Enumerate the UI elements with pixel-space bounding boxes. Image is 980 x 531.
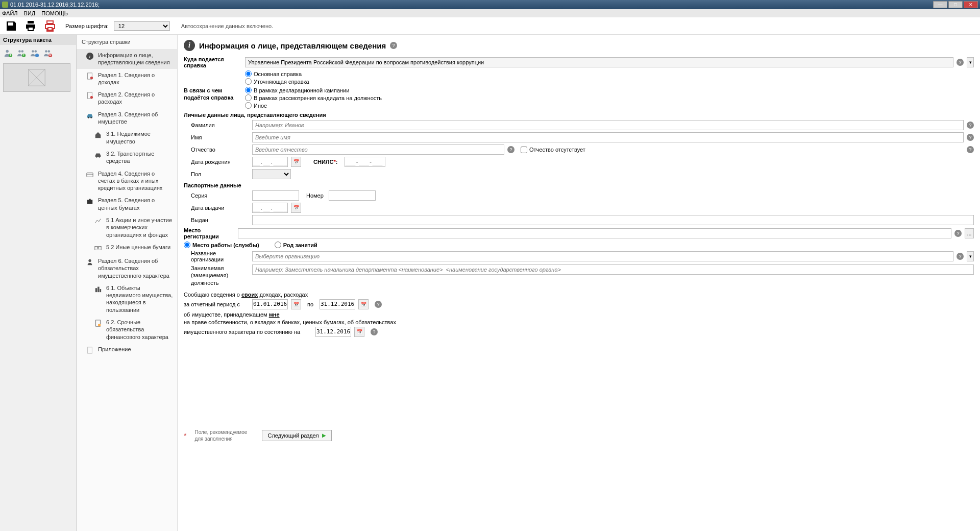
radio-type-main[interactable]: Основная справка — [245, 70, 309, 77]
calendar-icon[interactable]: 📅 — [291, 203, 301, 213]
issued-by-label: Выдан — [191, 217, 249, 223]
money-icon — [94, 244, 102, 252]
help-icon[interactable]: ? — [954, 230, 962, 237]
help-icon[interactable]: ? — [375, 301, 382, 308]
date-to-input[interactable] — [320, 299, 355, 309]
issued-by-input[interactable] — [252, 215, 974, 225]
tree-item-section5-2[interactable]: 5.2 Иные ценные бумаги — [77, 241, 177, 255]
patronymic-label: Отчество — [191, 147, 249, 153]
number-input[interactable] — [329, 190, 376, 201]
tree-item-section6-1[interactable]: 6.1. Объекты недвижимого имущества, нахо… — [77, 282, 177, 316]
person-group-icon[interactable]: + — [16, 48, 27, 58]
registration-input[interactable] — [238, 228, 951, 238]
print-icon[interactable] — [23, 19, 38, 33]
tree-item-section2[interactable]: Раздел 2. Сведения о расходах — [77, 88, 177, 108]
series-label: Серия — [191, 192, 249, 199]
person-add-icon[interactable]: + — [3, 48, 13, 58]
radio-workplace[interactable]: Место работы (службы) — [184, 242, 259, 248]
passport-header: Паспортные данные — [184, 182, 974, 188]
close-button[interactable]: ✕ — [964, 1, 978, 8]
person-remove-icon[interactable]: × — [43, 48, 53, 58]
tree-item-section6[interactable]: ◢ Раздел 6. Сведения об обязательствах и… — [77, 255, 177, 282]
help-icon[interactable]: ? — [957, 253, 964, 260]
tree-item-section1[interactable]: Раздел 1. Сведения о доходах — [77, 69, 177, 89]
svg-rect-28 — [89, 199, 91, 200]
buildings-icon — [94, 285, 102, 293]
name-input[interactable] — [252, 132, 964, 142]
radio-reason-candidate[interactable]: В рамках рассмотрения кандидата на должн… — [245, 94, 382, 101]
org-input[interactable] — [252, 251, 953, 261]
reason-label: В связи с чем подаётся справка — [184, 87, 242, 102]
declare-text: об имуществе, принадлежащем мне — [184, 311, 974, 318]
help-icon[interactable]: ? — [371, 328, 378, 335]
help-icon[interactable]: ? — [957, 59, 964, 66]
app-icon — [2, 2, 8, 8]
gender-label: Пол — [191, 171, 249, 177]
no-patronymic-checkbox[interactable]: Отчество отсутствует — [521, 147, 585, 153]
radio-type-corr[interactable]: Уточняющая справка — [245, 78, 309, 85]
radio-occupation[interactable]: Род занятий — [275, 242, 317, 248]
tree-item-section5-1[interactable]: 5.1 Акции и иное участие в коммерческих … — [77, 214, 177, 241]
dropdown-button[interactable]: ▾ — [967, 57, 974, 67]
svg-point-31 — [88, 259, 91, 262]
issue-date-input[interactable] — [252, 203, 288, 213]
menu-file[interactable]: ФАЙЛ — [2, 10, 18, 16]
dropdown-button[interactable]: ▾ — [967, 251, 974, 261]
footnote-text: Поле, рекомендуемое для заполнения — [194, 429, 256, 442]
org-label: Название организации — [191, 250, 249, 262]
svg-point-18 — [90, 76, 93, 79]
name-label: Имя — [191, 134, 249, 140]
position-input[interactable] — [252, 264, 974, 275]
svg-rect-33 — [97, 286, 100, 292]
where-input[interactable] — [245, 57, 953, 67]
house-icon — [94, 131, 102, 139]
minimize-button[interactable]: — — [933, 1, 947, 8]
radio-reason-campaign[interactable]: В рамках декларационной кампании — [245, 87, 382, 93]
fontsize-select[interactable]: 12 — [114, 21, 170, 31]
fontsize-label: Размер шрифта: — [65, 23, 109, 29]
svg-point-20 — [90, 96, 93, 99]
gender-select[interactable] — [252, 169, 291, 179]
help-icon[interactable]: ? — [967, 134, 974, 141]
calendar-icon[interactable]: 📅 — [354, 327, 364, 337]
series-input[interactable] — [252, 190, 299, 201]
more-button[interactable]: ... — [965, 228, 974, 238]
tree-item-info[interactable]: i Информация о лице, представляющем свед… — [77, 49, 177, 69]
asof-label: имущественного характера по состоянию на — [184, 329, 300, 335]
calendar-icon[interactable]: 📅 — [291, 157, 301, 167]
calendar-icon[interactable]: 📅 — [291, 299, 301, 309]
tree-item-section3[interactable]: ◢ Раздел 3. Сведения об имуществе — [77, 108, 177, 128]
maximize-button[interactable]: □ — [948, 1, 963, 8]
car-icon — [94, 151, 102, 159]
dob-input[interactable] — [252, 157, 288, 167]
menu-help[interactable]: ПОМОЩЬ — [41, 10, 68, 16]
print-red-icon[interactable] — [43, 19, 57, 33]
radio-reason-other[interactable]: Иное — [245, 102, 382, 109]
tree-item-section5[interactable]: ◢ Раздел 5. Сведения о ценных бумагах — [77, 194, 177, 214]
contract-icon — [94, 319, 102, 327]
package-panel: Структура пакета + + × — [0, 35, 77, 531]
surname-input[interactable] — [252, 120, 964, 130]
patronymic-input[interactable] — [252, 144, 504, 155]
menu-view[interactable]: ВИД — [24, 10, 36, 16]
tree-item-appendix[interactable]: Приложение — [77, 343, 177, 357]
help-icon[interactable]: ? — [390, 42, 397, 49]
svg-point-23 — [96, 156, 97, 158]
help-icon[interactable]: ? — [967, 146, 974, 153]
help-icon[interactable]: ? — [507, 146, 514, 153]
date-from-input[interactable] — [252, 299, 288, 309]
date-asof-input[interactable] — [315, 327, 351, 337]
help-icon[interactable]: ? — [967, 122, 974, 129]
tree-item-section3-1[interactable]: 3.1. Недвижимое имущество — [77, 128, 177, 148]
tree-item-section4[interactable]: Раздел 4. Сведения о счетах в банках и и… — [77, 167, 177, 195]
tree-item-section6-2[interactable]: 6.2. Срочные обязательства финансового х… — [77, 316, 177, 343]
position-label: Занимаемая (замещаемая) должность — [191, 264, 249, 286]
tree-panel: Структура справки i Информация о лице, п… — [77, 35, 178, 531]
save-icon[interactable] — [4, 19, 18, 33]
calendar-icon[interactable]: 📅 — [358, 299, 369, 309]
next-button[interactable]: Следующий раздел▶ — [262, 430, 331, 441]
person-edit-icon[interactable] — [30, 48, 40, 58]
package-thumbnail[interactable] — [3, 63, 70, 92]
snils-input[interactable] — [345, 157, 385, 167]
tree-item-section3-2[interactable]: 3.2. Транспортные средства — [77, 148, 177, 167]
